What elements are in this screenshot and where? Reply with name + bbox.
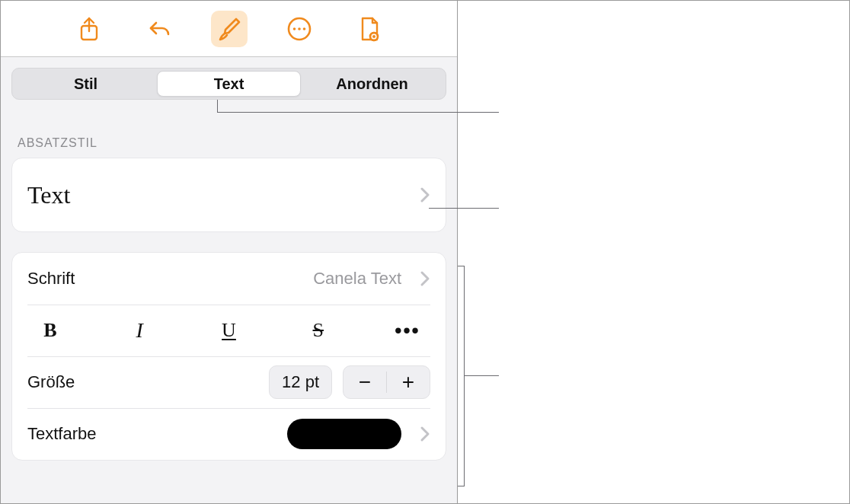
size-increase-button[interactable]: + bbox=[387, 366, 430, 398]
underline-button[interactable]: U bbox=[206, 314, 252, 347]
share-button[interactable] bbox=[71, 11, 107, 47]
more-button[interactable] bbox=[281, 11, 318, 47]
callout-line bbox=[458, 266, 464, 266]
more-text-options-button[interactable]: ••• bbox=[385, 314, 430, 347]
share-icon bbox=[78, 16, 101, 42]
font-row[interactable]: Schrift Canela Text bbox=[12, 253, 446, 305]
font-style-row: B I U S ••• bbox=[12, 305, 446, 356]
paragraph-style-row[interactable]: Text bbox=[12, 158, 446, 231]
strikethrough-button[interactable]: S bbox=[296, 314, 341, 347]
tab-style[interactable]: Stil bbox=[14, 71, 157, 97]
format-button[interactable] bbox=[211, 11, 248, 47]
format-inspector-panel: Stil Text Anordnen ABSATZSTIL Text Sc bbox=[1, 1, 458, 503]
font-value: Canela Text bbox=[313, 269, 401, 289]
callout-line bbox=[217, 112, 499, 113]
callout-line bbox=[464, 375, 499, 376]
tab-text[interactable]: Text bbox=[157, 71, 301, 97]
svg-point-4 bbox=[302, 27, 305, 30]
svg-point-2 bbox=[292, 27, 296, 30]
paragraph-style-name: Text bbox=[27, 181, 70, 209]
inspector-tabs: Stil Text Anordnen bbox=[11, 68, 446, 100]
document-view-icon bbox=[358, 16, 381, 42]
callout-line bbox=[458, 486, 464, 486]
document-options-button[interactable] bbox=[351, 11, 388, 47]
svg-point-3 bbox=[298, 27, 301, 30]
bold-button[interactable]: B bbox=[27, 314, 73, 347]
size-label: Größe bbox=[27, 372, 75, 392]
tab-arrange[interactable]: Anordnen bbox=[301, 71, 443, 97]
svg-point-7 bbox=[372, 35, 375, 38]
italic-button[interactable]: I bbox=[117, 314, 162, 347]
paragraph-style-card: Text bbox=[11, 158, 446, 232]
text-color-row[interactable]: Textfarbe bbox=[12, 408, 446, 460]
text-attributes-card: Schrift Canela Text B I U S ••• bbox=[11, 252, 446, 461]
top-toolbar bbox=[1, 1, 457, 57]
text-color-label: Textfarbe bbox=[27, 424, 97, 444]
font-label: Schrift bbox=[27, 269, 75, 289]
size-stepper: − + bbox=[343, 365, 430, 399]
callout-line bbox=[429, 208, 499, 209]
text-color-swatch bbox=[287, 419, 401, 449]
callout-line bbox=[217, 100, 218, 112]
size-row: Größe 12 pt − + bbox=[12, 356, 446, 408]
paintbrush-icon bbox=[216, 16, 242, 42]
inspector-content: Stil Text Anordnen ABSATZSTIL Text Sc bbox=[1, 57, 457, 503]
callout-line bbox=[464, 266, 465, 486]
chevron-right-icon bbox=[420, 426, 430, 442]
size-value[interactable]: 12 pt bbox=[269, 365, 332, 399]
chevron-right-icon bbox=[420, 187, 430, 203]
size-decrease-button[interactable]: − bbox=[344, 366, 386, 398]
undo-icon bbox=[145, 18, 173, 40]
chevron-right-icon bbox=[420, 270, 430, 287]
undo-button[interactable] bbox=[141, 11, 177, 47]
more-icon bbox=[286, 16, 312, 42]
paragraph-style-section-label: ABSATZSTIL bbox=[1, 100, 457, 158]
